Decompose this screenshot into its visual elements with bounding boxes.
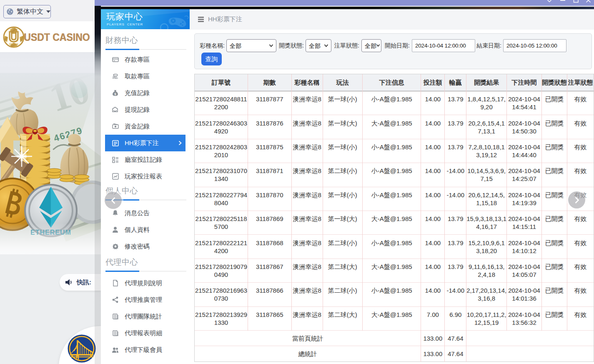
svg-text:$: $ [115,93,116,96]
svg-text:Casino: Casino [9,43,18,45]
